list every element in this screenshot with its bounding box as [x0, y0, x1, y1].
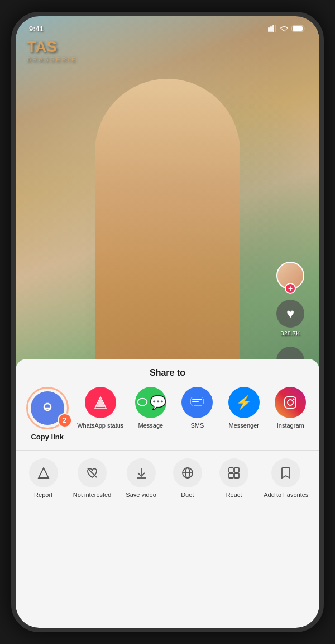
messenger-label: Messenger: [229, 422, 259, 429]
save-video-label: Save video: [126, 491, 156, 499]
copy-link-badge: 2: [58, 413, 72, 428]
message-icon[interactable]: 💬: [135, 387, 166, 418]
duet-icon[interactable]: [173, 458, 202, 487]
react-icon[interactable]: [219, 458, 248, 487]
status-bar: 9:41: [16, 16, 319, 41]
share-to-header: Share to: [16, 359, 319, 385]
add-to-favorites-action[interactable]: Add to Favorites: [264, 458, 308, 499]
not-interested-label: Not interested: [73, 491, 111, 499]
svg-rect-19: [192, 401, 199, 402]
bottom-sheet: Share to Copy link 2: [16, 359, 319, 628]
whatsapp-status-icon[interactable]: [85, 387, 116, 418]
share-app-sms[interactable]: SMS: [178, 387, 217, 429]
svg-marker-24: [39, 468, 49, 478]
svg-rect-31: [234, 468, 239, 472]
like-action[interactable]: ♥ 328.7K: [276, 300, 304, 337]
save-video-action[interactable]: Save video: [125, 458, 158, 499]
share-app-message[interactable]: 💬 Message: [131, 387, 170, 429]
report-action[interactable]: Report: [27, 458, 60, 499]
svg-rect-3: [275, 25, 276, 32]
share-app-instagram[interactable]: Instagram: [271, 387, 310, 429]
status-icons: [268, 25, 306, 32]
report-icon[interactable]: [29, 458, 58, 487]
follow-button[interactable]: +: [285, 283, 296, 294]
svg-point-23: [293, 398, 295, 400]
save-video-icon[interactable]: [127, 458, 156, 487]
share-app-messenger[interactable]: ⚡ Messenger: [224, 387, 264, 429]
add-to-favorites-label: Add to Favorites: [264, 491, 308, 499]
duet-label: Duet: [181, 491, 194, 499]
not-interested-action[interactable]: Not interested: [73, 458, 111, 499]
svg-point-22: [288, 400, 293, 405]
sms-icon[interactable]: [181, 387, 213, 418]
phone-frame: TAS BRASSERIE 9:41 + ♥ 328.7K: [11, 12, 324, 632]
svg-rect-2: [272, 25, 274, 32]
svg-rect-0: [268, 27, 270, 32]
svg-point-13: [138, 399, 146, 405]
svg-rect-30: [229, 468, 233, 472]
messenger-icon[interactable]: ⚡: [228, 387, 260, 418]
like-count: 328.7K: [281, 330, 300, 337]
instagram-label: Instagram: [277, 422, 304, 429]
svg-rect-5: [293, 26, 303, 31]
status-time: 9:41: [29, 25, 44, 33]
sms-label: SMS: [190, 422, 204, 429]
like-icon-circle[interactable]: ♥: [276, 300, 304, 328]
svg-rect-33: [234, 473, 239, 478]
whatsapp-status-label: WhatsApp status: [77, 422, 123, 429]
react-action[interactable]: React: [217, 458, 251, 499]
svg-rect-18: [192, 399, 202, 400]
report-label: Report: [34, 491, 52, 499]
instagram-icon[interactable]: [275, 387, 306, 418]
not-interested-icon[interactable]: [78, 458, 107, 487]
actions-row: Report Not interested: [16, 451, 319, 504]
copy-link-label: Copy link: [31, 433, 64, 441]
add-to-favorites-icon[interactable]: [271, 458, 300, 487]
react-label: React: [226, 491, 242, 499]
copy-link-action[interactable]: Copy link 2: [25, 387, 70, 441]
avatar-wrapper[interactable]: +: [276, 262, 304, 290]
duet-action[interactable]: Duet: [171, 458, 204, 499]
restaurant-sign: TAS BRASSERIE: [27, 39, 77, 63]
svg-rect-32: [229, 473, 233, 478]
message-label: Message: [138, 422, 164, 429]
heart-icon: ♥: [286, 306, 294, 321]
svg-rect-1: [270, 26, 272, 32]
share-apps-row: Copy link 2 WhatsApp status: [16, 385, 319, 450]
share-app-whatsapp-status[interactable]: WhatsApp status: [77, 387, 123, 429]
